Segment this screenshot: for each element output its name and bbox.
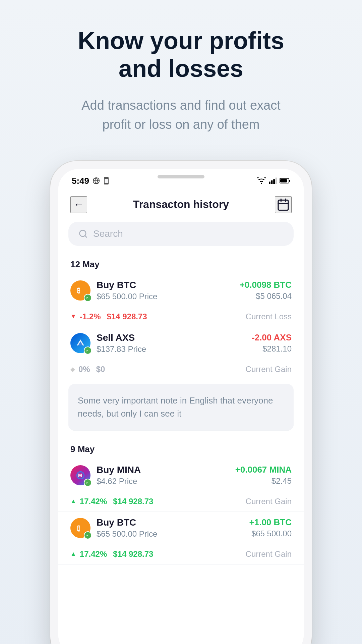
time-display: 5:49 [72, 176, 89, 186]
tx-price-btc2: $65 500.00 Price [97, 529, 157, 539]
svg-text:P: P [86, 297, 88, 299]
svg-rect-4 [269, 181, 270, 184]
back-button[interactable]: ← [70, 196, 87, 213]
transaction-item-btc-2[interactable]: ₿ P Buy BTC $65 500.00 Price +1 [58, 512, 304, 547]
pnl-left-axs: ◆ 0% $0 [70, 365, 105, 374]
svg-point-3 [261, 183, 262, 184]
tx-left-mina: M P Buy MINA $4.62 Price [70, 465, 141, 486]
status-bar: 5:49 [58, 169, 304, 190]
pnl-row-axs: ◆ 0% $0 Current Gain [58, 362, 304, 379]
tx-name-axs: Sell AXS [97, 332, 146, 343]
portfolio-badge-mina: P [84, 479, 92, 487]
pnl-indicator-mina: ▲ [70, 498, 76, 505]
pnl-label-mina: Current Gain [246, 497, 292, 506]
status-icons [257, 177, 290, 184]
date-label-2: 9 May [70, 444, 95, 454]
globe-icon [93, 177, 100, 184]
svg-rect-9 [289, 180, 290, 182]
tx-fiat-btc2: $65 500.00 [249, 529, 292, 538]
search-placeholder: Search [93, 228, 123, 239]
sim-icon [103, 177, 109, 184]
mina-coin-icon: M P [70, 465, 90, 485]
tx-fiat-axs: $281.10 [252, 344, 292, 354]
svg-line-16 [85, 235, 86, 237]
top-nav: ← Transacton history [58, 190, 304, 218]
portfolio-badge-btc2: P [84, 531, 92, 539]
page-header: Know your profitsand losses Add transact… [51, 0, 311, 148]
pnl-amount-mina: $14 928.73 [113, 497, 153, 506]
status-time: 5:49 [72, 176, 109, 186]
pnl-indicator-btc1: ▼ [70, 313, 76, 320]
page-title: Know your profitsand losses [78, 27, 284, 83]
note-text: Some very important note in English that… [78, 394, 284, 420]
svg-rect-6 [273, 179, 275, 184]
pnl-left-mina: ▲ 17.42% $14 928.73 [70, 497, 153, 506]
svg-text:P: P [86, 534, 88, 537]
phone-mockup: 5:49 [50, 161, 312, 644]
tx-name-btc2: Buy BTC [97, 517, 157, 528]
svg-rect-11 [278, 200, 288, 210]
note-box: Some very important note in English that… [68, 384, 294, 431]
pnl-row-btc1: ▼ -1.2% $14 928.73 Current Loss [58, 309, 304, 327]
tx-fiat-mina: $2.45 [235, 476, 292, 486]
tx-amounts-btc2: +1.00 BTC $65 500.00 [249, 517, 292, 538]
tx-crypto-btc1: +0.0098 BTC [240, 280, 292, 290]
tx-left-btc1: ₿ P Buy BTC $65 500.00 Price [70, 280, 157, 301]
tx-price-mina: $4.62 Price [97, 477, 141, 486]
tx-name-btc1: Buy BTC [97, 280, 157, 290]
tx-left-axs: P Sell AXS $137.83 Price [70, 332, 146, 354]
tx-fiat-btc1: $5 065.04 [240, 291, 292, 301]
tx-amounts-axs: -2.00 AXS $281.10 [252, 332, 292, 354]
pnl-percent-btc2: 17.42% [80, 549, 107, 559]
btc-coin-icon-1: ₿ P [70, 280, 90, 301]
pnl-label-btc2: Current Gain [246, 549, 292, 559]
svg-rect-7 [276, 177, 277, 184]
pnl-percent-mina: 17.42% [80, 497, 107, 506]
search-container: Search [58, 218, 304, 253]
tx-info-btc2: Buy BTC $65 500.00 Price [97, 517, 157, 539]
pnl-row-mina: ▲ 17.42% $14 928.73 Current Gain [58, 494, 304, 512]
pnl-row-btc2: ▲ 17.42% $14 928.73 Current Gain [58, 547, 304, 565]
tx-crypto-mina: +0.0067 MINA [235, 465, 292, 475]
pnl-indicator-axs: ◆ [70, 366, 75, 373]
wifi-icon [257, 177, 266, 184]
transaction-item-mina[interactable]: M P Buy MINA $4.62 Price +0.006 [58, 459, 304, 494]
pnl-percent-axs: 0% [78, 365, 90, 374]
tx-crypto-btc2: +1.00 BTC [249, 517, 292, 528]
nav-title: Transacton history [133, 198, 229, 211]
tx-amounts-mina: +0.0067 MINA $2.45 [235, 465, 292, 486]
app-content: 12 May ₿ P Buy BTC [58, 253, 304, 644]
search-bar[interactable]: Search [68, 222, 294, 246]
calendar-icon [277, 198, 290, 211]
svg-rect-2 [105, 179, 108, 183]
portfolio-badge: P [84, 294, 92, 302]
page-subtitle: Add transactions and find out exactprofi… [78, 96, 284, 134]
date-label-1: 12 May [70, 259, 100, 269]
tx-name-mina: Buy MINA [97, 465, 141, 475]
svg-text:₿: ₿ [77, 524, 80, 532]
pnl-label-axs: Current Gain [246, 365, 292, 374]
svg-text:M: M [78, 473, 82, 478]
signal-icon [269, 177, 277, 184]
calendar-button[interactable] [275, 196, 292, 213]
portfolio-badge-axs: P [84, 346, 92, 355]
tx-info-btc1: Buy BTC $65 500.00 Price [97, 280, 157, 301]
tx-info-mina: Buy MINA $4.62 Price [97, 465, 141, 486]
svg-rect-10 [280, 179, 287, 182]
transaction-item-btc-1[interactable]: ₿ P Buy BTC $65 500.00 Price +0 [58, 274, 304, 309]
pnl-percent-btc1: -1.2% [80, 312, 101, 321]
back-arrow-icon: ← [73, 198, 84, 211]
btc-coin-icon-2: ₿ P [70, 518, 90, 538]
pnl-amount-btc1: $14 928.73 [107, 312, 147, 321]
pnl-left-btc2: ▲ 17.42% $14 928.73 [70, 549, 153, 559]
svg-text:P: P [86, 482, 88, 484]
date-section-2: 9 May [58, 437, 304, 459]
svg-text:P: P [86, 350, 88, 352]
tx-info-axs: Sell AXS $137.83 Price [97, 332, 146, 354]
tx-crypto-axs: -2.00 AXS [252, 332, 292, 343]
tx-left-btc2: ₿ P Buy BTC $65 500.00 Price [70, 517, 157, 539]
transaction-item-axs[interactable]: P Sell AXS $137.83 Price -2.00 AXS $281.… [58, 327, 304, 362]
svg-text:₿: ₿ [77, 287, 80, 295]
pnl-indicator-btc2: ▲ [70, 550, 76, 557]
search-icon [78, 229, 88, 238]
